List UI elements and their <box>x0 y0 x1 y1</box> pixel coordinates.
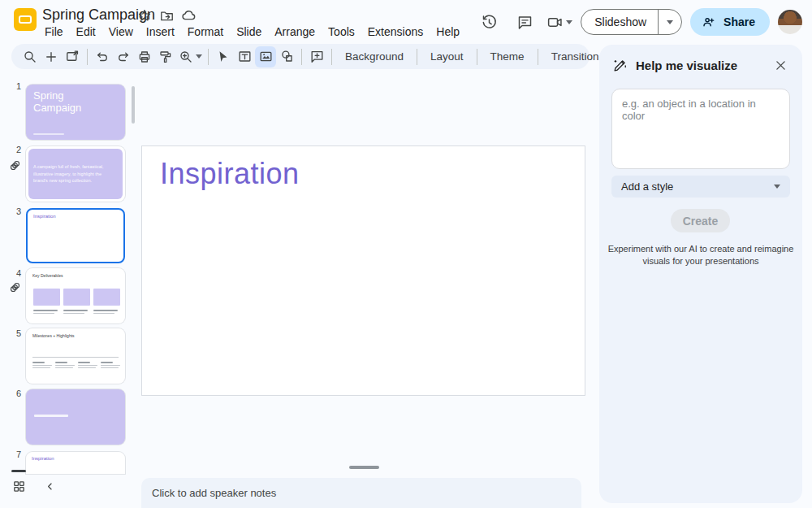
insertion-marker <box>11 470 26 472</box>
print-icon[interactable] <box>134 46 155 67</box>
slideshow-caret-icon[interactable] <box>659 20 681 24</box>
slide-thumbnail-5[interactable]: Milestones + Highlights <box>26 328 125 384</box>
select-tool-icon[interactable] <box>213 46 234 67</box>
account-avatar[interactable] <box>778 10 802 34</box>
menu-help[interactable]: Help <box>430 23 466 41</box>
visualize-prompt-input[interactable] <box>611 89 790 169</box>
panel-title: Help me visualize <box>636 59 737 72</box>
menu-slide[interactable]: Slide <box>230 23 268 41</box>
slide-thumbnail-7[interactable]: Inspiration <box>26 452 125 474</box>
menu-view[interactable]: View <box>102 23 140 41</box>
transition-indicator-icon <box>9 281 21 293</box>
share-label: Share <box>723 15 755 28</box>
search-menus-icon[interactable] <box>19 46 41 67</box>
main-toolbar: Background Layout Theme Transition <box>11 44 590 69</box>
slide-number-3: 3 <box>5 206 21 216</box>
transition-indicator-icon <box>9 159 21 172</box>
menu-edit[interactable]: Edit <box>70 23 102 41</box>
join-call-button[interactable] <box>546 14 572 31</box>
speaker-notes-placeholder: Click to add speaker notes <box>152 487 276 499</box>
transition-button[interactable]: Transition <box>542 50 608 63</box>
menu-tools[interactable]: Tools <box>322 23 361 41</box>
slideshow-label[interactable]: Slideshow <box>581 9 658 35</box>
move-folder-icon[interactable] <box>158 7 175 24</box>
slides-logo[interactable] <box>14 8 37 31</box>
help-me-visualize-panel: Help me visualize Add a style Create Exp… <box>599 45 802 503</box>
add-style-dropdown[interactable]: Add a style <box>611 176 790 198</box>
slide-number-6: 6 <box>5 389 21 398</box>
cloud-saved-icon <box>180 7 197 24</box>
speaker-notes[interactable]: Click to add speaker notes <box>141 478 581 508</box>
add-style-label: Add a style <box>621 180 673 193</box>
slide-thumbnail-3-selected[interactable]: Inspiration <box>26 208 125 263</box>
menu-arrange[interactable]: Arrange <box>268 23 322 41</box>
create-button[interactable]: Create <box>671 209 730 232</box>
comments-icon[interactable] <box>511 8 538 36</box>
background-button[interactable]: Background <box>336 50 412 63</box>
close-panel-icon[interactable] <box>770 54 791 76</box>
menu-extensions[interactable]: Extensions <box>361 23 430 41</box>
theme-button[interactable]: Theme <box>482 50 533 63</box>
paint-format-icon[interactable] <box>155 46 176 67</box>
thumb-4-title: Key Deliverables <box>32 273 63 278</box>
slide-number-5: 5 <box>5 328 21 338</box>
slide-number-2: 2 <box>5 145 21 154</box>
new-slide-icon[interactable] <box>41 46 62 67</box>
version-history-icon[interactable] <box>475 8 503 36</box>
share-button[interactable]: Share <box>690 8 770 36</box>
star-icon[interactable] <box>136 7 153 24</box>
grid-view-icon[interactable] <box>12 480 26 493</box>
filmstrip-scrollbar[interactable] <box>132 86 135 124</box>
slide-number-4: 4 <box>5 268 21 278</box>
slide-title-text[interactable]: Inspiration <box>160 157 300 191</box>
present-preview-icon[interactable] <box>62 46 83 67</box>
menu-file[interactable]: File <box>38 23 70 41</box>
insert-shape-icon[interactable] <box>276 46 297 67</box>
menu-format[interactable]: Format <box>181 23 230 41</box>
layout-button[interactable]: Layout <box>421 50 473 63</box>
redo-icon[interactable] <box>113 46 134 67</box>
slide-number-7: 7 <box>5 449 21 459</box>
panel-hint-text: Experiment with our AI to create and rei… <box>607 243 794 267</box>
slide-thumbnail-2[interactable]: A campaign full of fresh, fantastical, i… <box>26 146 125 202</box>
slide-number-1: 1 <box>5 81 21 91</box>
text-box-icon[interactable] <box>234 46 255 67</box>
magic-pen-icon <box>612 58 628 73</box>
collapse-filmstrip-icon[interactable] <box>44 480 56 493</box>
join-call-caret-icon[interactable] <box>566 20 572 24</box>
menu-insert[interactable]: Insert <box>140 23 181 41</box>
menubar: File Edit View Insert Format Slide Arran… <box>38 23 466 41</box>
thumb-7-title: Inspiration <box>32 456 54 461</box>
insert-comment-icon[interactable] <box>306 46 327 67</box>
slideshow-button[interactable]: Slideshow <box>581 9 682 35</box>
thumb-5-title: Milestones + Highlights <box>32 333 75 338</box>
thumb-2-body: A campaign full of fresh, fantastical, i… <box>33 163 106 185</box>
add-style-caret-icon <box>774 185 780 189</box>
thumb-1-title: Spring Campaign <box>33 90 98 114</box>
insert-image-icon[interactable] <box>255 46 276 67</box>
slide-thumbnail-4[interactable]: Key Deliverables <box>26 268 125 323</box>
undo-icon[interactable] <box>92 46 113 67</box>
zoom-caret-icon[interactable] <box>196 54 202 59</box>
slide-thumbnail-1[interactable]: Spring Campaign <box>26 85 125 140</box>
slide-canvas[interactable]: Inspiration <box>141 145 585 396</box>
zoom-icon[interactable] <box>176 46 204 67</box>
canvas-horizontal-scrollbar[interactable] <box>349 466 379 469</box>
thumb-3-title: Inspiration <box>33 214 56 219</box>
slide-thumbnail-6[interactable] <box>26 389 125 445</box>
share-people-icon <box>702 15 717 30</box>
